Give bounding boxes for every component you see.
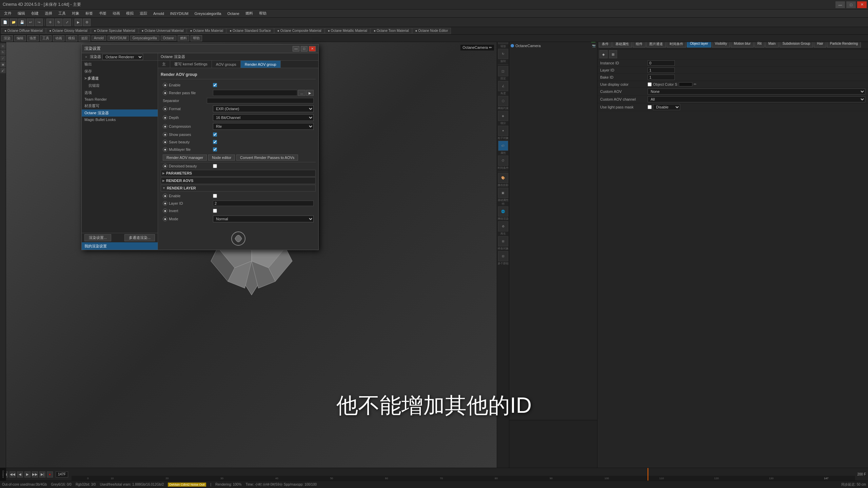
ip-subdiv[interactable]: ◈	[498, 111, 508, 121]
menu-track[interactable]: 追踪	[137, 10, 150, 17]
toolbar-new[interactable]: 📄	[1, 19, 9, 26]
ds-item-magic[interactable]: Magic Bullet Looks	[82, 117, 158, 123]
denoised-check[interactable]	[213, 164, 217, 168]
t2-insydium[interactable]: INSYDIUM	[107, 36, 129, 41]
prop-custom-aov-select[interactable]: None	[648, 88, 865, 95]
maximize-button[interactable]: □	[846, 1, 856, 8]
render-aovs-section[interactable]: ▶ RENDER AOVS	[161, 177, 316, 184]
toolbar-rotate[interactable]: ↻	[55, 19, 62, 26]
multilayer-dot[interactable]: ●	[163, 147, 167, 152]
dtab-aov-groups[interactable]: AOV groups	[212, 61, 241, 68]
menu-octane[interactable]: Octane	[224, 11, 242, 16]
tl-back[interactable]: ◀	[17, 471, 23, 477]
oct-tab-metallic[interactable]: ● Octane Metallic Material	[325, 28, 370, 34]
node-editor-btn[interactable]: Node editor	[208, 155, 235, 161]
menu-bookmarks[interactable]: 书签	[96, 10, 109, 17]
oct-tab-universal[interactable]: ● Octane Universal Material	[139, 28, 187, 34]
ds-item-options[interactable]: 选项	[82, 89, 158, 96]
toolbar-save[interactable]: 💾	[18, 19, 26, 26]
ip-particle[interactable]: ✦	[498, 126, 508, 136]
prop-color-swatch[interactable]	[679, 82, 692, 86]
oct-tab-standard[interactable]: ● Octane Standard Surface	[226, 28, 274, 34]
show-passes-dot[interactable]: ●	[163, 132, 167, 137]
menu-select[interactable]: 选择	[42, 10, 55, 17]
close-button[interactable]: ✕	[857, 1, 867, 8]
sidebar-scale-icon[interactable]: ⤢	[0, 56, 6, 61]
tl-record[interactable]: ●	[47, 471, 53, 477]
ds-renderer-select[interactable]: Octane Renderer	[102, 54, 143, 60]
ds-item-teamrender[interactable]: Team Render	[82, 96, 158, 102]
multilayer-check[interactable]	[213, 147, 217, 151]
toolbar-scale[interactable]: ⤢	[63, 19, 71, 26]
ip-multi[interactable]: ⊟	[498, 251, 508, 261]
t2-animate[interactable]: 动画	[53, 35, 64, 41]
dialog-my-settings[interactable]: 我的渲染设置	[82, 242, 158, 250]
prop-light-pass-check[interactable]	[648, 105, 652, 109]
ip-attr[interactable]: 🏷	[498, 141, 508, 151]
ds-item-save[interactable]: 保存	[82, 68, 158, 75]
ip-base[interactable]: ▣	[498, 188, 508, 198]
menu-insydium[interactable]: INSYDIUM	[167, 11, 191, 16]
dialog-close[interactable]: ✕	[309, 46, 316, 52]
t2-simulate[interactable]: 模拟	[66, 35, 77, 41]
ip-fixed[interactable]: ◫	[498, 66, 508, 76]
toolbar-redo[interactable]: ↪	[35, 19, 43, 26]
ip-net[interactable]: 🌐	[498, 206, 508, 217]
t2-track[interactable]: 追踪	[79, 35, 90, 41]
toolbar-undo[interactable]: ↩	[27, 19, 34, 26]
render-aov-manager-btn[interactable]: Render AOV manager	[163, 155, 207, 161]
convert-passes-btn[interactable]: Convert Render Passes to AOVs	[236, 155, 298, 161]
rl-layer-id-dot[interactable]: ●	[163, 201, 167, 206]
separator-input[interactable]	[207, 98, 314, 103]
ds-item-octane[interactable]: Octane 渲染器	[82, 109, 158, 117]
rp-dot[interactable]: ●	[163, 90, 167, 95]
tree-item-camera[interactable]: OctaneCamera 📷	[509, 43, 597, 48]
dtab-main[interactable]: 主	[158, 61, 170, 68]
dialog-multichannel[interactable]: 多通道渲染...	[124, 234, 155, 241]
tl-forward[interactable]: ▶▶	[32, 471, 38, 477]
oct-tab-composite[interactable]: ● Octane Composite Material	[274, 28, 324, 34]
menu-file[interactable]: 文件	[1, 10, 14, 17]
prop-icon-2[interactable]: ⊞	[609, 50, 617, 58]
rl-mode-select[interactable]: Normal Add Multiply	[213, 216, 314, 222]
ip-regen[interactable]: ♻	[498, 221, 508, 231]
toolbar-open[interactable]: 📁	[10, 19, 17, 26]
tl-play[interactable]: ▶	[24, 471, 31, 477]
menu-greyscale[interactable]: Greyscalegorilla	[192, 11, 224, 16]
t2-greyscale[interactable]: Greyscalegorilla	[130, 36, 159, 41]
enable-dot[interactable]: ●	[163, 83, 167, 87]
menu-help[interactable]: 帮助	[256, 10, 269, 17]
t2-fuel[interactable]: 燃料	[178, 35, 189, 41]
oct-tab-mix[interactable]: ● Octane Mix Material	[187, 28, 226, 34]
sidebar-select-icon[interactable]: ▣	[0, 62, 6, 67]
dialog-render-settings[interactable]: 渲染设置...	[84, 234, 111, 241]
compression-select[interactable]: RIe ZIP ZIPS	[213, 123, 314, 130]
rl-invert-dot[interactable]: ●	[163, 208, 167, 213]
prop-color-edit[interactable]: ✏	[694, 82, 696, 86]
denoised-dot[interactable]: ●	[163, 164, 167, 168]
parameters-section[interactable]: ▶ PARAMETERS	[161, 170, 316, 177]
menu-tags[interactable]: 标签	[83, 10, 96, 17]
ip-time[interactable]: ⏱	[498, 156, 508, 166]
ip-mesh[interactable]: ⬡	[498, 96, 508, 106]
rl-mode-dot[interactable]: ●	[163, 217, 167, 221]
format-dot[interactable]: ●	[163, 106, 167, 111]
render-pass-browse[interactable]: ...	[298, 90, 305, 96]
t2-octane[interactable]: Octane	[161, 36, 176, 41]
sidebar-paint-icon[interactable]: 🖌	[0, 68, 6, 73]
rl-layer-id-input[interactable]	[213, 201, 314, 206]
ds-item-antialias[interactable]: 抗锯齿	[82, 82, 158, 89]
menu-arnold[interactable]: Arnold	[151, 11, 167, 16]
ip-instance[interactable]: ⊞	[498, 236, 508, 246]
menu-tools[interactable]: 工具	[56, 10, 68, 17]
ds-item-multichannel[interactable]: > 多通道	[82, 75, 158, 82]
rl-enable-check[interactable]	[213, 194, 217, 198]
show-passes-check[interactable]	[213, 133, 217, 137]
menu-simulate[interactable]: 模拟	[123, 10, 136, 17]
toolbar-render-settings[interactable]: ⚙	[83, 19, 91, 26]
t2-render[interactable]: 渲染	[1, 35, 13, 41]
render-pass-open[interactable]: ▶	[306, 90, 314, 96]
sidebar-move-icon[interactable]: ✛	[0, 43, 6, 49]
sidebar-rotate-icon[interactable]: ↻	[0, 49, 6, 55]
prop-icon-1[interactable]: ◈	[599, 50, 608, 58]
